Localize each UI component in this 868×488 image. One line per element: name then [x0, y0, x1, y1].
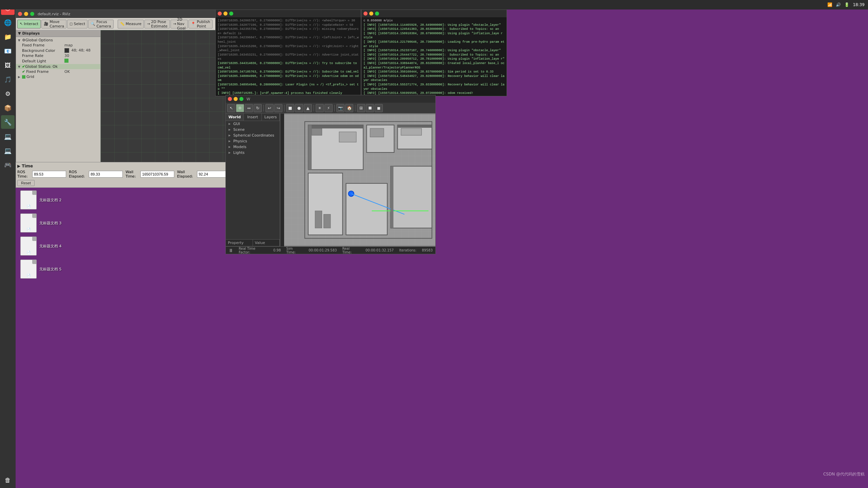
taskbar-item-trash[interactable]: 🗑 — [1, 473, 15, 487]
network-icon[interactable]: 📶 — [827, 2, 832, 7]
gz-gui-item[interactable]: ▶ GUI — [226, 121, 280, 127]
taskbar-item-terminal[interactable]: 💻 — [1, 129, 15, 143]
rviz-left-panel: ▼ Displays ▼ ⚙ Global Options Fixed Fram… — [16, 30, 101, 179]
term2-minimize-btn[interactable] — [369, 12, 373, 16]
ros-time-input[interactable] — [32, 171, 66, 178]
frame-rate-value[interactable]: 30 — [64, 54, 98, 58]
term2-close-btn[interactable] — [363, 12, 368, 16]
taskbar-item-rviz[interactable]: 🔧 — [1, 115, 15, 129]
term2-maximize-btn[interactable] — [375, 12, 379, 16]
time-collapse-icon[interactable]: ▶ — [17, 164, 20, 168]
taskbar-item-terminal2[interactable]: 💻 — [1, 144, 15, 157]
term1-close-btn[interactable] — [218, 12, 222, 16]
fixed-frame-status-tree-row: ✔ Fixed Frame OK — [22, 69, 98, 74]
select-btn[interactable]: ◻ Select — [67, 20, 87, 28]
taskbar-item-email[interactable]: 📧 — [1, 44, 15, 58]
tab-insert[interactable]: Insert — [244, 114, 262, 121]
ros-elapsed-input[interactable] — [89, 171, 123, 178]
gz-snap-btn[interactable]: 🔲 — [366, 104, 374, 112]
fixed-frame-value[interactable]: map — [64, 43, 98, 47]
publish-point-btn[interactable]: 📍 Publish Point — [189, 20, 212, 28]
gz-sphere-btn[interactable]: ● — [295, 104, 303, 112]
displays-expand-icon: ▼ — [18, 31, 21, 36]
sound-icon[interactable]: 🔊 — [836, 2, 841, 7]
focus-camera-btn[interactable]: 🔍 Focus Camera — [88, 20, 113, 28]
term1-minimize-btn[interactable] — [223, 12, 228, 16]
rviz-viewport[interactable] — [101, 30, 232, 179]
battery-icon[interactable]: 🔋 — [844, 2, 849, 7]
pause-icon[interactable]: ⏸ — [229, 248, 233, 253]
measure-btn[interactable]: 📏 Measure — [118, 20, 144, 28]
gazebo-viewport[interactable] — [284, 114, 435, 246]
gz-collision-btn[interactable]: ◼ — [375, 104, 383, 112]
gz-sep-1 — [263, 105, 264, 111]
ros-time-group: ROS Time: — [17, 170, 66, 179]
default-light-value[interactable] — [64, 59, 98, 64]
frame-rate-row: Frame Rate 30 — [16, 53, 100, 58]
gz-translate-btn[interactable]: ✛ — [236, 104, 244, 112]
gz-spherical-item[interactable]: ▶ Spherical Coordinates — [226, 133, 280, 138]
gz-sep-4 — [334, 105, 335, 111]
gz-lights-item[interactable]: ▶ Lights — [226, 150, 280, 156]
gazebo-close-btn[interactable] — [228, 97, 232, 101]
taskbar-item-music[interactable]: 🎵 — [1, 73, 15, 86]
desktop-file-5[interactable]: 📄 无标题文档 5 — [19, 259, 63, 279]
2d-nav-btn[interactable]: → 2D Nav Goal — [171, 20, 188, 28]
gz-sep-2 — [284, 105, 284, 111]
gz-light-btn[interactable]: ☀ — [316, 104, 324, 112]
wall-time-input[interactable] — [140, 171, 174, 178]
global-status-item[interactable]: ▼ ✔ Global Status: Ok — [16, 64, 100, 69]
gazebo-minimize-btn[interactable] — [234, 97, 238, 101]
term1-maximize-btn[interactable] — [229, 12, 233, 16]
grid-item[interactable]: ▶ Grid — [16, 74, 100, 79]
frame-rate-name: Frame Rate — [22, 54, 64, 58]
desktop-file-2[interactable]: 📄 无标题文档 2 — [19, 190, 63, 210]
move-camera-btn[interactable]: 🎥 Move Camera — [41, 20, 66, 28]
reset-time-btn[interactable]: Reset — [17, 180, 35, 186]
gazebo-maximize-btn[interactable] — [239, 97, 243, 101]
gz-select-btn[interactable]: ↖ — [227, 104, 235, 112]
gz-reset-btn[interactable]: 🏠 — [345, 104, 353, 112]
gz-cylinder-btn[interactable]: ▲ — [304, 104, 312, 112]
background-color-swatch[interactable] — [64, 48, 69, 53]
desktop-file-3[interactable]: 📄 无标题文档 3 — [19, 213, 63, 233]
publish-icon: 📍 — [191, 22, 196, 26]
displays-header: ▼ Displays — [16, 30, 100, 37]
default-light-checkbox[interactable] — [64, 59, 68, 63]
gz-spherical-arrow: ▶ — [229, 134, 232, 137]
tab-layers[interactable]: Layers — [262, 114, 280, 121]
grid-checkbox[interactable] — [22, 75, 25, 79]
gz-box-btn[interactable]: ■ — [286, 104, 294, 112]
gz-redo-btn[interactable]: ↪ — [274, 104, 282, 112]
gz-models-item[interactable]: ▶ Models — [226, 144, 280, 150]
terminal-2-content[interactable]: c 0.050000 m/pix[ INFO] [1650710314.1144… — [361, 17, 507, 96]
gz-scale-btn[interactable]: ↻ — [254, 104, 262, 112]
gazebo-tabs: World Insert Layers — [226, 114, 280, 121]
gz-grid-btn[interactable]: ⊞ — [357, 104, 365, 112]
sim-time-value: 00:00:01:29.583 — [309, 248, 337, 252]
terminal-1-content[interactable]: [1650710285.342065787, 0.279000000]: Dif… — [216, 17, 361, 96]
taskbar-item-files[interactable]: 📁 — [1, 30, 15, 43]
taskbar-item-photos[interactable]: 🖼 — [1, 58, 15, 72]
gz-scene-item[interactable]: ▶ Scene — [226, 127, 280, 133]
background-color-value[interactable]: 48; 48; 48 — [64, 48, 98, 53]
2d-pose-btn[interactable]: → 2D Pose Estimate — [144, 20, 170, 28]
gazebo-left-scrollbar[interactable] — [280, 114, 284, 246]
taskbar-item-settings[interactable]: ⚙ — [1, 87, 15, 100]
taskbar-item-gazebo[interactable]: 🎮 — [1, 158, 15, 171]
tab-world[interactable]: World — [226, 114, 244, 121]
desktop-file-4[interactable]: 📄 无标题文档 4 — [19, 236, 63, 256]
gz-undo-btn[interactable]: ↩ — [265, 104, 274, 112]
taskbar-item-browser[interactable]: 🌐 — [1, 16, 15, 29]
taskbar-item-packages[interactable]: 📦 — [1, 101, 15, 115]
rviz-maximize-btn[interactable] — [30, 12, 34, 16]
gz-camera-btn[interactable]: 📷 — [336, 104, 344, 112]
gz-spot-btn[interactable]: ⚡ — [324, 104, 333, 112]
rviz-close-btn[interactable] — [18, 12, 22, 16]
global-options-item[interactable]: ▼ ⚙ Global Options — [16, 38, 100, 43]
rviz-minimize-btn[interactable] — [24, 12, 28, 16]
default-light-row: Default Light — [16, 58, 100, 64]
gz-physics-item[interactable]: ▶ Physics — [226, 138, 280, 144]
gz-rotate-btn[interactable]: ↔ — [245, 104, 253, 112]
interact-btn[interactable]: ↖ Interact — [17, 20, 41, 28]
